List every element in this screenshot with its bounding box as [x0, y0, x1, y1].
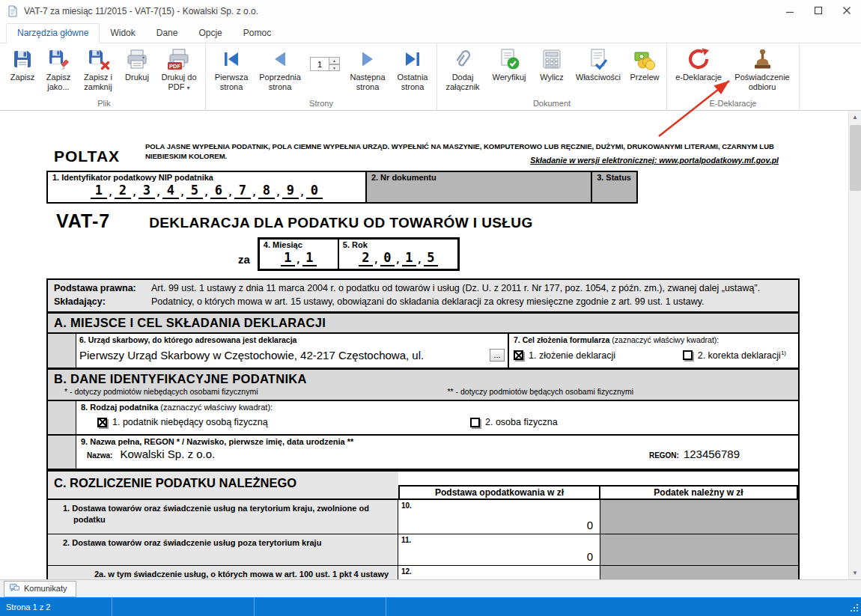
- e-deklaracje-button[interactable]: e-Deklaracje: [669, 45, 728, 84]
- option-podatnik-niebedacy[interactable]: 1. podatnik niebędący osobą fizyczną: [97, 417, 470, 427]
- print-to-pdf-button[interactable]: PDF Drukuj do PDF ▾: [155, 45, 203, 93]
- messages-bar: Komunikaty: [0, 579, 861, 597]
- regon-value[interactable]: 123456789: [684, 448, 740, 460]
- section-b-note1: * - dotyczy podmiotów niebędących osobam…: [64, 387, 258, 396]
- table-row: 2. Dostawa towarów oraz świadczenie usłu…: [48, 534, 798, 566]
- ribbon-group-strony: Pierwsza strona Poprzednia strona ▲ ▼: [206, 43, 437, 110]
- tab-narzedzia-glowne[interactable]: Narzędzia główne: [6, 23, 100, 43]
- first-page-button[interactable]: Pierwsza strona: [208, 45, 255, 93]
- save-button[interactable]: Zapisz: [5, 45, 40, 84]
- maximize-button[interactable]: [804, 0, 833, 22]
- form-instructions: POLA JASNE WYPEŁNIA PODATNIK, POLA CIEMN…: [145, 142, 800, 165]
- spin-down-icon[interactable]: ▼: [329, 64, 340, 72]
- resize-grip[interactable]: [850, 603, 860, 615]
- properties-button[interactable]: Właściwości: [571, 45, 625, 84]
- next-page-button[interactable]: Następna strona: [344, 45, 391, 93]
- nip-digit: 2: [115, 183, 131, 199]
- save-icon: [10, 47, 34, 71]
- scrollbar-thumb[interactable]: [850, 125, 861, 191]
- browse-urzad-button[interactable]: ...: [490, 349, 505, 362]
- field12-cell[interactable]: 12. 0: [398, 566, 600, 579]
- section-b-header: B. DANE IDENTYFIKACYJNE PODATNIKA * - do…: [48, 370, 798, 401]
- print-button[interactable]: Drukuj: [119, 45, 155, 84]
- ribbon-group-dokument: Dodaj załącznik Weryfikuj Wylicz: [437, 43, 667, 110]
- nazwa-value[interactable]: Kowalski Sp. z o.o.: [120, 448, 215, 460]
- scroll-up-icon[interactable]: ▲: [849, 111, 861, 123]
- group-label-strony: Strony: [208, 97, 434, 110]
- urzad-skarbowy-value[interactable]: Pierwszy Urząd Skarbowy w Częstochowie, …: [79, 349, 488, 362]
- option-korekta-deklaracji[interactable]: 2. korekta deklaracji1): [683, 350, 786, 361]
- calculator-icon: [540, 47, 564, 71]
- spin-up-icon[interactable]: ▲: [329, 57, 340, 64]
- field9-nazwa-regon: 9. Nazwa pełna, REGON * / Nazwisko, pier…: [48, 436, 798, 472]
- first-page-icon: [219, 47, 243, 71]
- document-area: POLTAX POLA JASNE WYPEŁNIA PODATNIK, POL…: [0, 111, 861, 579]
- field11-cell[interactable]: 11. 0: [398, 534, 600, 565]
- option-zlozenie-deklaracji[interactable]: 1. złożenie deklaracji: [514, 350, 615, 361]
- close-button[interactable]: [833, 0, 861, 22]
- checkbox-niebedacy-icon[interactable]: [97, 418, 107, 427]
- section-side-strip: [48, 436, 76, 469]
- nip-digit: 7: [234, 183, 251, 199]
- checkbox-zlozenie-icon[interactable]: [514, 350, 523, 360]
- year-digit: 0: [380, 250, 395, 266]
- group-label-edeklaracje: E-Deklaracje: [669, 97, 797, 110]
- minimize-button[interactable]: [776, 0, 804, 22]
- previous-page-icon: [268, 47, 292, 71]
- form-title-row: VAT-7 DEKLARACJA DLA PODATKU OD TOWARÓW …: [46, 210, 800, 232]
- section-side-strip: [48, 401, 76, 434]
- print-pdf-icon: PDF: [167, 47, 191, 71]
- window-controls: [776, 0, 861, 22]
- verify-button[interactable]: Weryfikuj: [486, 45, 532, 84]
- efiling-note: Składanie w wersji elektronicznej: www.p…: [530, 155, 779, 165]
- option-osoba-fizyczna[interactable]: 2. osoba fizyczna: [470, 417, 558, 427]
- e-deklaracje-icon: [687, 47, 711, 71]
- form-table: Podstawa prawna: Art. 99 ust. 1 ustawy z…: [46, 278, 800, 579]
- podstawa-prawna-label: Podstawa prawna:: [48, 282, 142, 296]
- save-and-close-button[interactable]: Zapisz i zamknij: [77, 45, 119, 93]
- nip-row: 1. Identyfikator podatkowy NIP podatnika…: [46, 171, 638, 204]
- nip-digit: 0: [306, 183, 323, 199]
- window-title: VAT-7 za miesiąc 11/2015 - VAT-7(15) - K…: [24, 6, 776, 16]
- print-icon: [125, 47, 149, 71]
- poswiadczenie-odbioru-button[interactable]: Poświadczenie odbioru: [728, 45, 797, 93]
- field11-value[interactable]: 0: [587, 550, 593, 563]
- dropdown-caret-icon: ▾: [187, 85, 190, 91]
- column-header-podatek: Podatek należny w zł: [600, 485, 798, 498]
- disabled-cell: [600, 566, 798, 579]
- status-segment: [255, 597, 386, 616]
- attachment-icon: [451, 47, 475, 71]
- field10-cell[interactable]: 10. 0: [398, 500, 600, 534]
- tab-pomoc[interactable]: Pomoc: [233, 24, 282, 43]
- add-attachment-button[interactable]: Dodaj załącznik: [439, 45, 486, 93]
- save-close-icon: [86, 47, 110, 71]
- nip-digit: 4: [162, 183, 179, 199]
- tab-dane[interactable]: Dane: [146, 24, 189, 43]
- month-field[interactable]: 4. Miesiąc 11: [260, 240, 339, 269]
- title-bar: VAT-7 za miesiąc 11/2015 - VAT-7(15) - K…: [0, 0, 861, 22]
- scroll-down-icon[interactable]: ▼: [849, 567, 861, 579]
- komunikaty-tab[interactable]: Komunikaty: [4, 581, 76, 597]
- za-label: za: [238, 253, 250, 271]
- ribbon: Zapisz Zapisz jako... Zapisz i zamknij: [0, 43, 861, 111]
- field10-value[interactable]: 0: [587, 519, 593, 531]
- checkbox-fizyczna-icon[interactable]: [470, 418, 480, 427]
- checkbox-korekta-icon[interactable]: [683, 350, 693, 360]
- transfer-button[interactable]: Przelew: [625, 45, 664, 84]
- app-window: VAT-7 za miesiąc 11/2015 - VAT-7(15) - K…: [0, 0, 861, 616]
- podstawa-prawna-text: Art. 99 ust. 1 ustawy z dnia 11 marca 20…: [142, 282, 798, 296]
- nip-field[interactable]: 1. Identyfikator podatkowy NIP podatnika…: [48, 172, 365, 202]
- save-as-button[interactable]: Zapisz jako...: [40, 45, 77, 93]
- properties-icon: [586, 47, 610, 71]
- last-page-icon: [401, 47, 425, 71]
- tab-widok[interactable]: Widok: [100, 24, 145, 43]
- last-page-button[interactable]: Ostatnia strona: [391, 45, 434, 93]
- page-number-input[interactable]: [310, 57, 329, 71]
- period-row: za 4. Miesiąc 11 5. Rok 2015: [238, 237, 800, 271]
- calculate-button[interactable]: Wylicz: [532, 45, 571, 84]
- vertical-scrollbar[interactable]: ▲ ▼: [848, 111, 861, 579]
- previous-page-button[interactable]: Poprzednia strona: [255, 45, 305, 93]
- ribbon-tab-bar: Narzędzia główne Widok Dane Opcje Pomoc: [0, 22, 861, 43]
- tab-opcje[interactable]: Opcje: [188, 24, 232, 43]
- year-field[interactable]: 5. Rok 2015: [339, 240, 457, 269]
